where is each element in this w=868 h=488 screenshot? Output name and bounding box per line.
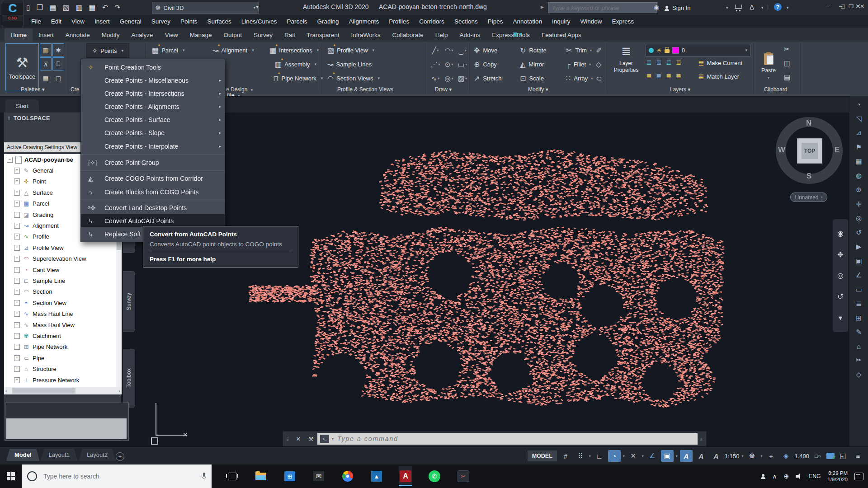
points-menu-item[interactable]: ◭ Create COGO Points from Corridor ▸: [81, 172, 225, 185]
points-menu-item[interactable]: Create Points - Alignments ▸: [81, 100, 225, 113]
whatsapp-button[interactable]: ✆: [428, 466, 441, 486]
toolbar-icon[interactable]: ◹: [856, 115, 862, 123]
parcel-dropdown-button[interactable]: ▤ Parcel▾: [152, 43, 185, 57]
layer-tool-icon[interactable]: ≣: [656, 72, 662, 80]
photos-button[interactable]: ▲: [370, 466, 383, 486]
ribbon-tab[interactable]: Output: [217, 28, 248, 42]
layer-color-swatch[interactable]: [672, 47, 679, 54]
ribbon-tab[interactable]: Featured Apps: [536, 28, 587, 42]
layers-panel-label[interactable]: Layers ▾: [670, 86, 690, 93]
toolbar-icon[interactable]: ◍: [856, 172, 862, 180]
isolate-objects-icon[interactable]: □○: [811, 450, 824, 462]
tree-item[interactable]: + ⊞ Pipe Network: [4, 342, 116, 352]
add-status-icon[interactable]: +: [764, 450, 777, 462]
toolbar-icon[interactable]: ▭: [855, 286, 862, 294]
store-button[interactable]: ⊞: [283, 466, 297, 486]
toolbar-icon[interactable]: ✂: [856, 356, 862, 364]
draw-tool-button[interactable]: ▭▾: [456, 57, 469, 71]
language-indicator[interactable]: ENG: [809, 473, 821, 479]
tree-item[interactable]: + ⌂ Structure: [4, 363, 116, 374]
customization-menu-icon[interactable]: ≡: [852, 450, 864, 462]
menu-item[interactable]: Inquiry: [547, 18, 576, 25]
workspace-selector[interactable]: ☸ Civil 3D ▾: [152, 2, 259, 14]
polar-tracking-icon[interactable]: ◔: [608, 450, 621, 462]
snip-button[interactable]: ✂: [457, 466, 470, 486]
points-menu-item[interactable]: Create Points - Interpolate ▸: [81, 139, 225, 155]
layout-tab[interactable]: Layout2: [79, 449, 116, 461]
expand-icon[interactable]: +: [14, 201, 20, 206]
ribbon-tab[interactable]: Annotate: [60, 28, 96, 42]
doc-close-button[interactable]: ✕: [860, 3, 864, 9]
expand-icon[interactable]: +: [14, 267, 20, 273]
toolbar-icon[interactable]: ▣: [855, 257, 862, 265]
draw-panel-label[interactable]: Draw ▾: [435, 86, 452, 93]
app-logo[interactable]: C C3D: [2, 1, 24, 27]
assembly-dropdown-button[interactable]: ▥ Assembly▾: [275, 57, 316, 71]
layer-lock-icon[interactable]: [665, 49, 670, 53]
compass-south[interactable]: S: [807, 172, 811, 181]
sign-in-label[interactable]: Sign In: [672, 5, 690, 11]
drag-grip-icon[interactable]: ⁞⁞: [287, 436, 288, 441]
menu-item[interactable]: Parcels: [282, 18, 312, 25]
drag-grip-icon[interactable]: ⁞⁞: [8, 116, 10, 121]
compass-east[interactable]: E: [835, 145, 840, 155]
menu-item[interactable]: Insert: [90, 18, 115, 25]
properties-palette-icon[interactable]: ▥: [40, 43, 52, 56]
draw-tool-button[interactable]: ◎▾: [442, 71, 456, 85]
survey-palette-icon[interactable]: ⊼: [40, 57, 52, 70]
menu-item[interactable]: Grading: [312, 18, 344, 25]
points-menu-item[interactable]: Create Points - Intersections ▸: [81, 87, 225, 100]
ribbon-tab[interactable]: Rail: [278, 28, 301, 42]
alignment-dropdown-button[interactable]: ↝ Alignment▾: [212, 43, 254, 57]
start-button[interactable]: [0, 465, 22, 488]
minimize-button[interactable]: –: [827, 3, 831, 10]
expand-icon[interactable]: +: [14, 289, 20, 295]
people-icon[interactable]: [761, 474, 765, 479]
points-menu-item[interactable]: ˣ✜ Convert Land Desktop Points ▸: [81, 201, 225, 214]
expand-icon[interactable]: +: [14, 333, 20, 339]
tab-survey[interactable]: Survey: [123, 271, 135, 332]
ortho-mode-icon[interactable]: ∟: [593, 450, 606, 462]
match-layer-button[interactable]: ≣ Match Layer: [698, 70, 739, 83]
tree-item[interactable]: + ◔ Cant View: [4, 264, 116, 275]
paste-button[interactable]: Paste ▾: [758, 43, 779, 89]
menu-item[interactable]: Corridors: [414, 18, 449, 25]
toolbar-icon[interactable]: ✎: [856, 328, 862, 336]
sample-lines-button[interactable]: ↝ Sample Lines: [327, 57, 372, 71]
qat-save-icon[interactable]: ▤: [49, 3, 56, 12]
network-icon[interactable]: ⊕: [783, 473, 789, 480]
point-cloud[interactable]: [139, 97, 849, 446]
qat-redo-icon[interactable]: ↷: [114, 3, 120, 12]
expand-icon[interactable]: +: [14, 344, 20, 350]
ribbon-tab[interactable]: Help: [429, 28, 454, 42]
task-view-button[interactable]: [225, 466, 239, 486]
qat-saveas-icon[interactable]: ▧: [62, 3, 69, 12]
modify-tool-button[interactable]: ↗Stretch: [474, 71, 502, 85]
tree-horizontal-scrollbar[interactable]: ‹ ›: [4, 387, 122, 394]
qat-new-icon[interactable]: ▯: [26, 3, 30, 12]
layer-on-icon[interactable]: [649, 48, 654, 53]
ribbon-tab[interactable]: Analyze: [126, 28, 159, 42]
layer-tool-icon[interactable]: ≣: [676, 72, 681, 80]
modify-panel-label[interactable]: Modify ▾: [528, 86, 548, 93]
help-search-box[interactable]: [548, 2, 657, 13]
expand-icon[interactable]: +: [14, 190, 20, 196]
object-snap-icon[interactable]: ▣: [661, 450, 674, 462]
doc-restore-button[interactable]: ❐: [849, 3, 854, 9]
scroll-right-icon[interactable]: ›: [118, 388, 120, 394]
intersections-dropdown-button[interactable]: ▦ Intersections▾: [269, 43, 319, 57]
tree-item[interactable]: + ◠ Superelevation View: [4, 253, 116, 264]
modify-tool-button[interactable]: ∷Array▾: [566, 71, 593, 85]
ribbon-tab[interactable]: Transparent: [301, 28, 345, 42]
modify-tool-button[interactable]: ✥Move: [474, 43, 502, 57]
taskbar-search[interactable]: [22, 465, 212, 488]
grid-display-icon[interactable]: #: [559, 450, 572, 462]
model-space-toggle[interactable]: MODEL: [528, 450, 557, 461]
expand-icon[interactable]: +: [14, 377, 20, 383]
expand-icon[interactable]: +: [14, 168, 20, 174]
mail-button[interactable]: ✉: [312, 466, 326, 486]
toolbar-icon[interactable]: ◎: [856, 214, 862, 222]
layer-properties-button[interactable]: ≣ Layer Properties: [610, 44, 642, 74]
menu-item[interactable]: File: [26, 18, 46, 25]
expand-icon[interactable]: +: [14, 366, 20, 372]
